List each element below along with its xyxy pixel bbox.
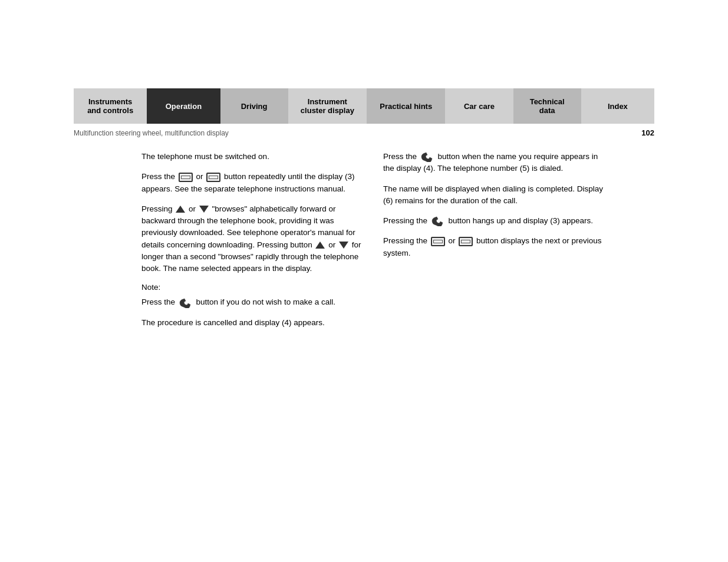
content-left: The telephone must be switched on. Press… [141, 151, 365, 337]
para-right-4: Pressing the or button displays the next… [383, 235, 607, 259]
nav-item-car-care[interactable]: Car care [445, 88, 513, 124]
nav-item-operation[interactable]: Operation [147, 88, 220, 124]
para-right-3: Pressing the button hangs up and display… [383, 215, 607, 227]
tri-down-icon-2 [339, 242, 348, 249]
phone-icon-3 [431, 216, 445, 226]
navigation-bar: Instrumentsand controls Operation Drivin… [74, 88, 654, 124]
para-2: Press the or button repeatedly until the… [141, 171, 365, 195]
nav-label-car-care: Car care [464, 102, 495, 111]
para-1: The telephone must be switched on. [141, 151, 365, 163]
nav-item-practical[interactable]: Practical hints [367, 88, 445, 124]
nav-item-index[interactable]: Index [581, 88, 654, 124]
para-note-2: The procedure is cancelled and display (… [141, 317, 365, 329]
nav-label-instruments: Instrumentsand controls [87, 97, 133, 115]
nav-item-driving[interactable]: Driving [220, 88, 288, 124]
nav-label-index: Index [608, 102, 628, 111]
nav-label-technical: Technicaldata [530, 97, 565, 115]
subtitle-text: Multifunction steering wheel, multifunct… [74, 129, 630, 137]
para-note-1: Press the button if you do not wish to m… [141, 296, 365, 308]
btn-icon-up-1 [179, 173, 193, 182]
tri-up-icon-1 [176, 206, 185, 213]
para-3: Pressing or "browses" alphabetically for… [141, 203, 365, 275]
note-label: Note: [141, 283, 365, 292]
nav-label-instrument-cluster: Instrumentcluster display [301, 97, 354, 115]
tri-up-icon-2 [315, 242, 325, 249]
nav-item-technical[interactable]: Technicaldata [513, 88, 581, 124]
content-area: The telephone must be switched on. Press… [141, 151, 654, 337]
page-number: 102 [641, 128, 654, 137]
nav-item-instrument-cluster[interactable]: Instrumentcluster display [288, 88, 367, 124]
tri-down-icon-1 [199, 206, 209, 213]
subtitle-bar: Multifunction steering wheel, multifunct… [74, 124, 654, 142]
nav-label-operation: Operation [166, 102, 202, 111]
phone-icon-1 [179, 297, 193, 308]
btn-icon-right-1 [431, 237, 445, 246]
btn-icon-down-1 [206, 173, 220, 182]
nav-item-instruments[interactable]: Instrumentsand controls [74, 88, 147, 124]
para-right-2: The name will be displayed when dialing … [383, 183, 607, 207]
nav-label-practical: Practical hints [380, 102, 432, 111]
btn-icon-right-2 [459, 237, 473, 246]
nav-label-driving: Driving [241, 102, 268, 111]
phone-icon-2 [420, 151, 434, 162]
content-right: Press the button when the name you requi… [383, 151, 607, 337]
para-right-1: Press the button when the name you requi… [383, 151, 607, 175]
